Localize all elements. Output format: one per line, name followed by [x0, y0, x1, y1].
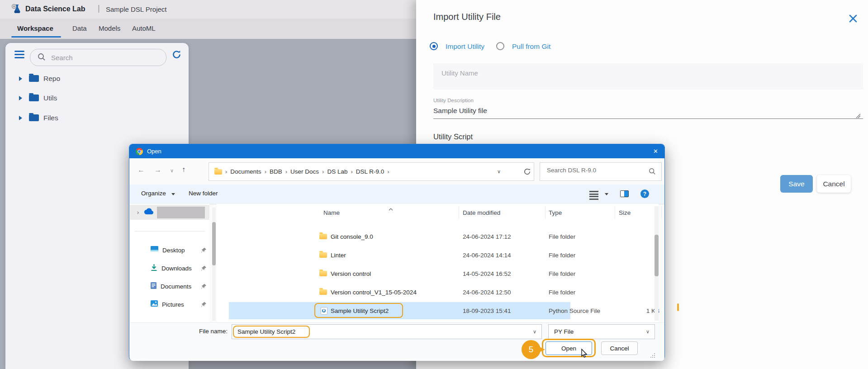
- sidebar-search[interactable]: [30, 49, 166, 66]
- sidebar-item-repo[interactable]: Repo: [5, 72, 189, 85]
- column-header-date[interactable]: Date modified: [463, 209, 500, 216]
- quick-access-downloads[interactable]: Downloads: [130, 261, 209, 275]
- up-arrow-icon[interactable]: ↑: [182, 166, 185, 174]
- sidebar-search-input[interactable]: [50, 52, 161, 63]
- utility-name-input[interactable]: [441, 69, 829, 77]
- radio-pull-from-git[interactable]: [496, 42, 504, 50]
- dialog-refresh-icon[interactable]: [523, 168, 531, 177]
- dialog-titlebar[interactable]: Open: [129, 144, 664, 158]
- file-type: File folder: [549, 289, 575, 296]
- folder-icon: [319, 234, 327, 239]
- documents-icon: [150, 282, 157, 291]
- desktop-icon: [150, 246, 159, 255]
- breadcrumb-user-docs[interactable]: User Docs: [290, 168, 319, 175]
- dialog-footer: File name: Sample Utility Script2 ∨ PY F…: [130, 322, 664, 361]
- breadcrumb-ds-lab[interactable]: DS Lab: [327, 168, 347, 175]
- file-date: 18-09-2023 15:41: [463, 308, 511, 314]
- sort-ascending-icon[interactable]: [389, 204, 393, 213]
- save-button[interactable]: Save: [780, 175, 813, 193]
- breadcrumb-documents[interactable]: Documents: [230, 168, 261, 175]
- redacted-account-name: [157, 207, 205, 218]
- textarea-resize-icon[interactable]: [856, 112, 861, 120]
- quick-access-documents[interactable]: Documents: [130, 279, 209, 293]
- organize-button[interactable]: Organize: [141, 190, 166, 197]
- file-type: File folder: [549, 252, 575, 259]
- list-scrollbar-thumb[interactable]: [655, 235, 659, 276]
- file-name-input[interactable]: Sample Utility Script2 ∨: [232, 324, 542, 339]
- chevron-right-icon[interactable]: ›: [137, 209, 139, 216]
- file-row-version-control-v1[interactable]: Version control_V1_15-05-2024 24-06-2024…: [217, 284, 659, 301]
- radio-pull-from-git-label[interactable]: Pull from Git: [512, 43, 550, 51]
- tree-item-label: Files: [43, 114, 58, 122]
- tab-data[interactable]: Data: [72, 24, 87, 32]
- hamburger-menu-icon[interactable]: [14, 51, 24, 60]
- forward-arrow-icon[interactable]: →: [154, 166, 161, 174]
- chevron-right-icon[interactable]: [19, 76, 22, 81]
- file-name-value: Sample Utility Script2: [237, 328, 295, 335]
- folder-icon: [29, 75, 39, 82]
- radio-import-utility[interactable]: [430, 42, 438, 50]
- help-icon[interactable]: ?: [640, 189, 649, 198]
- back-arrow-icon[interactable]: ←: [138, 166, 145, 174]
- sidebar-item-files[interactable]: Files: [5, 111, 189, 124]
- column-divider[interactable]: [615, 206, 615, 219]
- dialog-close-icon[interactable]: ✕: [653, 148, 658, 155]
- panel-title: Import Utility File: [433, 12, 501, 22]
- column-header-size[interactable]: Size: [619, 209, 631, 216]
- file-row-git-console[interactable]: Git console_9.0 24-06-2024 17:12 File fo…: [217, 228, 659, 245]
- close-icon[interactable]: [848, 14, 858, 25]
- column-divider[interactable]: [661, 206, 662, 219]
- mouse-cursor: [581, 349, 588, 360]
- chevron-right-icon[interactable]: [19, 116, 22, 120]
- list-view-icon[interactable]: [589, 191, 598, 201]
- file-type: Python Source File: [549, 308, 600, 314]
- dialog-search-input[interactable]: [546, 166, 643, 174]
- pane-scrollbar-thumb[interactable]: [212, 222, 216, 265]
- tab-automl[interactable]: AutoML: [132, 24, 156, 32]
- file-name: Version control: [331, 270, 371, 277]
- breadcrumb-chevron: ›: [261, 168, 270, 175]
- tree-item-label: Utils: [43, 94, 57, 102]
- quick-access-desktop[interactable]: Desktop: [130, 243, 209, 257]
- chevron-right-icon[interactable]: [19, 96, 22, 100]
- tab-workspace[interactable]: Workspace: [17, 24, 53, 32]
- downloads-icon: [150, 264, 158, 273]
- pictures-icon: [150, 300, 158, 309]
- quick-access-label: Desktop: [162, 247, 185, 254]
- column-header-type[interactable]: Type: [549, 209, 562, 216]
- column-divider[interactable]: [545, 206, 545, 219]
- breadcrumb-dsl-r90[interactable]: DSL R-9.0: [356, 168, 384, 175]
- utility-description-value[interactable]: Sample Utility file: [433, 107, 487, 115]
- breadcrumb-chevron: ›: [319, 168, 327, 175]
- breadcrumb-bdb[interactable]: BDB: [270, 168, 282, 175]
- utility-name-field[interactable]: [433, 63, 863, 90]
- chevron-down-icon[interactable]: ∨: [646, 329, 650, 335]
- chevron-down-icon[interactable]: ∨: [533, 329, 536, 335]
- file-row-linter[interactable]: Linter 24-06-2024 14:14 File folder: [217, 246, 659, 264]
- app-logo-flask-icon: [11, 3, 23, 17]
- recent-locations-chevron-icon[interactable]: ∨: [170, 168, 174, 174]
- column-header-name[interactable]: Name: [323, 209, 340, 216]
- new-folder-button[interactable]: New folder: [189, 190, 218, 197]
- address-dropdown-chevron-icon[interactable]: ∨: [497, 169, 501, 175]
- preview-pane-icon[interactable]: [620, 190, 629, 197]
- file-size: 1 KB: [619, 308, 659, 314]
- dialog-cancel-button[interactable]: Cancel: [601, 341, 638, 355]
- dialog-search-box[interactable]: [540, 162, 662, 181]
- column-divider[interactable]: [459, 206, 459, 219]
- onedrive-row[interactable]: ›: [130, 205, 209, 220]
- address-bar[interactable]: › Documents › BDB › User Docs › DS Lab ›…: [209, 162, 534, 181]
- panel-cancel-button[interactable]: Cancel: [817, 175, 851, 193]
- view-options-chevron-icon[interactable]: [605, 193, 608, 195]
- file-type: File folder: [549, 270, 575, 277]
- radio-import-utility-label[interactable]: Import Utility: [446, 43, 484, 51]
- step-badge-number: 5: [529, 345, 534, 355]
- file-type-select[interactable]: PY File ∨: [548, 324, 655, 339]
- tab-models[interactable]: Models: [99, 24, 120, 32]
- resize-grip-icon[interactable]: [650, 352, 655, 360]
- organize-dropdown-icon[interactable]: [171, 193, 175, 195]
- sidebar-item-utils[interactable]: Utils: [5, 91, 189, 104]
- file-row-version-control[interactable]: Version control 14-05-2024 16:52 File fo…: [217, 265, 659, 282]
- quick-access-pictures[interactable]: Pictures: [130, 297, 209, 312]
- refresh-icon[interactable]: [172, 50, 181, 61]
